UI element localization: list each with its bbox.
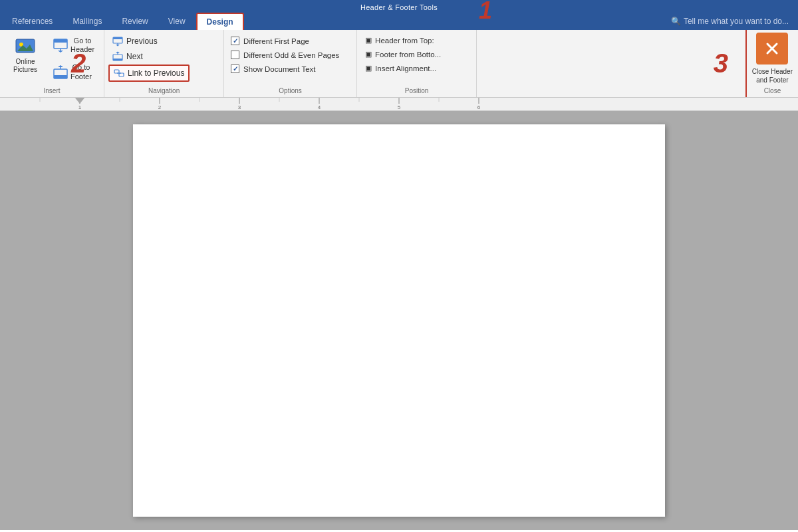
online-pictures-button[interactable]: Online Pictures xyxy=(4,33,47,76)
position-group-label: Position xyxy=(361,85,472,97)
link-to-previous-label: Link to Previous xyxy=(128,68,184,78)
online-pictures-icon xyxy=(15,35,36,57)
group-insert: Online Pictures Go toHeade xyxy=(0,30,104,97)
svg-rect-12 xyxy=(113,37,122,39)
goto-header-icon xyxy=(53,38,68,53)
insert-group-label: Insert xyxy=(4,85,100,97)
svg-marker-18 xyxy=(116,52,120,54)
tab-bar: References Mailings Review View Design 🔍… xyxy=(0,13,798,30)
link-to-previous-button[interactable]: Link to Previous xyxy=(108,65,190,82)
previous-icon xyxy=(112,36,123,47)
group-options: ✓ Different First Page Different Odd & E… xyxy=(224,30,357,97)
checkmark2-icon: ✓ xyxy=(233,65,238,72)
tab-search[interactable]: 🔍 Tell me what you want to do... xyxy=(664,13,795,30)
group-navigation: 2 Previous xyxy=(104,30,224,97)
position-content: ▣ Header from Top: ▣ Footer from Botto..… xyxy=(361,33,472,85)
svg-marker-10 xyxy=(58,65,63,67)
previous-button[interactable]: Previous xyxy=(108,34,190,49)
svg-text:3: 3 xyxy=(238,104,241,110)
checkbox-different-first-page[interactable]: ✓ xyxy=(231,37,239,45)
annotation-2: 2 xyxy=(71,50,86,76)
svg-text:4: 4 xyxy=(318,104,321,110)
close-group-label: Close xyxy=(764,85,781,97)
option-different-first-page[interactable]: ✓ Different First Page xyxy=(228,35,342,47)
option-different-odd-even[interactable]: Different Odd & Even Pages xyxy=(228,49,342,61)
checkmark-icon: ✓ xyxy=(233,37,238,45)
option-different-first-page-label: Different First Page xyxy=(243,37,309,45)
svg-marker-6 xyxy=(58,51,63,53)
svg-text:5: 5 xyxy=(398,104,401,110)
close-header-footer-label: Close Headerand Footer xyxy=(752,67,793,84)
svg-marker-14 xyxy=(116,45,120,47)
group-position: ▣ Header from Top: ▣ Footer from Botto..… xyxy=(357,30,477,97)
svg-text:6: 6 xyxy=(477,104,481,110)
position-buttons: ▣ Header from Top: ▣ Footer from Botto..… xyxy=(361,33,445,76)
ribbon-spacer xyxy=(477,30,745,97)
ruler: 1 2 3 4 5 6 xyxy=(0,98,798,111)
document-page xyxy=(133,124,665,517)
goto-footer-icon xyxy=(53,65,68,80)
checkbox-different-odd-even[interactable] xyxy=(231,51,239,59)
header-from-top-label: Header from Top: xyxy=(375,37,434,45)
header-from-top-icon: ▣ xyxy=(365,36,372,45)
footer-from-bottom-icon: ▣ xyxy=(365,50,372,59)
search-icon: 🔍 xyxy=(671,17,681,26)
link-to-previous-icon xyxy=(114,68,124,78)
ruler-svg: 1 2 3 4 5 6 xyxy=(0,98,798,111)
footer-from-bottom-label: Footer from Botto... xyxy=(375,51,441,59)
svg-rect-19 xyxy=(114,70,119,73)
previous-label: Previous xyxy=(126,37,158,46)
option-show-document-text-label: Show Document Text xyxy=(243,65,315,73)
svg-rect-16 xyxy=(113,59,122,61)
options-content: ✓ Different First Page Different Odd & E… xyxy=(228,33,352,85)
insert-alignment-label: Insert Alignment... xyxy=(375,65,436,72)
svg-rect-8 xyxy=(54,75,67,78)
tab-references[interactable]: References xyxy=(3,13,62,30)
tools-label: Header & Footer Tools xyxy=(350,2,448,13)
next-label: Next xyxy=(126,52,143,61)
group-close: 3 Close Headerand Footer Close xyxy=(745,30,798,97)
header-from-top-button[interactable]: ▣ Header from Top: xyxy=(361,34,445,47)
command-ribbon: Online Pictures Go toHeade xyxy=(0,30,798,98)
ribbon-wrapper: Header & Footer Tools 1 References Maili… xyxy=(0,0,798,111)
document-area xyxy=(0,111,798,530)
search-placeholder: Tell me what you want to do... xyxy=(684,17,789,26)
navigation-group-label: Navigation xyxy=(108,85,219,97)
next-button[interactable]: Next xyxy=(108,49,190,64)
insert-alignment-icon: ▣ xyxy=(365,64,372,72)
svg-text:1: 1 xyxy=(78,104,82,110)
checkbox-show-document-text[interactable]: ✓ xyxy=(231,65,239,73)
option-different-odd-even-label: Different Odd & Even Pages xyxy=(243,51,339,59)
option-show-document-text[interactable]: ✓ Show Document Text xyxy=(228,63,342,74)
annotation-1: 1 xyxy=(479,0,492,23)
next-icon xyxy=(112,51,123,62)
insert-alignment-button[interactable]: ▣ Insert Alignment... xyxy=(361,62,445,74)
footer-from-bottom-button[interactable]: ▣ Footer from Botto... xyxy=(361,48,445,61)
tab-view[interactable]: View xyxy=(159,13,195,30)
online-pictures-label: Online Pictures xyxy=(8,58,43,74)
navigation-content: Previous Next xyxy=(108,33,219,85)
svg-rect-4 xyxy=(54,39,67,43)
tab-review[interactable]: Review xyxy=(112,13,157,30)
close-content: Close Headerand Footer xyxy=(752,33,793,85)
tools-bar: Header & Footer Tools 1 xyxy=(0,0,798,13)
tab-mailings[interactable]: Mailings xyxy=(63,13,111,30)
navigation-buttons: Previous Next xyxy=(108,33,190,83)
options-list: ✓ Different First Page Different Odd & E… xyxy=(228,33,342,77)
annotation-3: 3 xyxy=(714,50,728,76)
options-group-label: Options xyxy=(228,85,352,97)
svg-text:2: 2 xyxy=(158,104,162,110)
close-header-footer-button[interactable] xyxy=(756,33,788,65)
tab-design[interactable]: Design xyxy=(196,13,244,30)
svg-rect-20 xyxy=(119,73,124,76)
